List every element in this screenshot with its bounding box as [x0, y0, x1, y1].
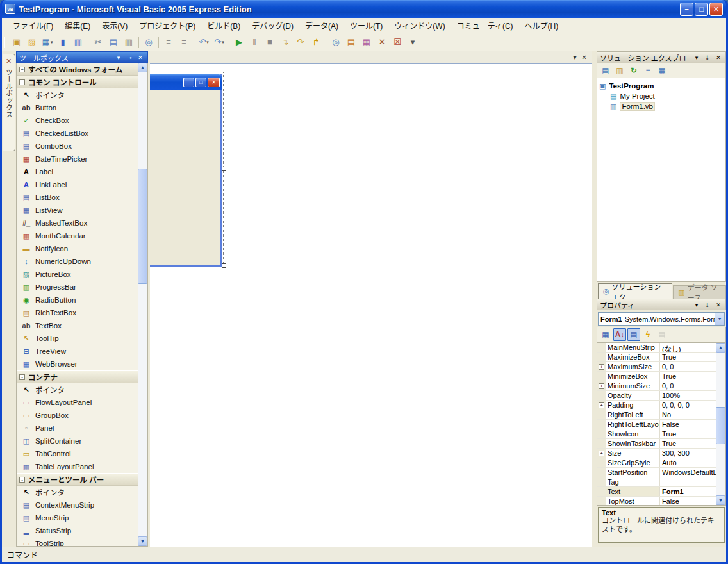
property-row[interactable]: SizeGripStyle Auto [597, 458, 716, 468]
solution-explorer-button[interactable]: ◎ [328, 35, 343, 49]
toolbox-item[interactable]: ab TextBox [17, 319, 138, 332]
show-all-files-icon[interactable]: ▥ [613, 64, 626, 77]
property-row[interactable]: + Size 300, 300 [597, 449, 716, 458]
toolbox-item[interactable]: ◫ SplitContainer [17, 435, 138, 447]
property-value[interactable]: False [660, 420, 716, 429]
expand-icon[interactable]: + [599, 451, 604, 456]
scroll-up-icon[interactable]: ▲ [716, 343, 725, 352]
property-row[interactable]: + MinimumSize 0, 0 [597, 381, 716, 391]
menu-item[interactable]: コミュニティ(C) [451, 18, 519, 33]
property-row[interactable]: Text Form1 [597, 487, 716, 497]
close-button[interactable]: ✕ [709, 3, 723, 16]
resize-handle-right[interactable] [222, 167, 226, 171]
error-list-button[interactable]: ☒ [390, 35, 405, 49]
start-debug-button[interactable]: ▶ [231, 35, 247, 49]
toolbox-item[interactable]: ▭ ToolStrip [17, 537, 138, 546]
toolbox-item[interactable]: #_ MaskedTextBox [17, 217, 138, 229]
chevron-down-icon[interactable]: ▾ [692, 54, 701, 61]
property-row[interactable]: MaximizeBox True [597, 352, 716, 362]
design-surface[interactable]: – □ ✕ [150, 64, 592, 547]
toolbox-item[interactable]: - メニューとツール バー [17, 473, 138, 486]
toolbox-item[interactable]: + すべての Windows フォーム [17, 63, 138, 76]
toolbox-item[interactable]: A LinkLabel [17, 178, 138, 191]
minimize-button[interactable]: – [680, 3, 693, 16]
copy-button[interactable]: ▤ [106, 35, 121, 49]
toolbox-item[interactable]: ◉ RadioButton [17, 294, 138, 306]
property-value[interactable]: 300, 300 [660, 449, 716, 458]
property-row[interactable]: + MaximumSize 0, 0 [597, 362, 716, 372]
toolbar-grip[interactable] [4, 37, 6, 48]
tree-item[interactable]: ▣ TestProgram [597, 81, 725, 91]
toolbox-item[interactable]: ▤ RichTextBox [17, 306, 138, 319]
chevron-down-icon[interactable]: ▾ [114, 54, 123, 61]
step-into-button[interactable]: ↴ [277, 35, 293, 49]
toolbox-item[interactable]: ↕ NumericUpDown [17, 255, 138, 268]
property-row[interactable]: Tag [597, 477, 716, 487]
toolbox-item[interactable]: A Label [17, 165, 138, 178]
properties-title-bar[interactable]: プロパティ ▾ ⊸ ✕ [597, 299, 726, 310]
tree-item[interactable]: ▥ Form1.vb [597, 101, 725, 112]
menu-item[interactable]: ファイル(F) [7, 18, 59, 33]
property-row[interactable]: + Padding 0, 0, 0, 0 [597, 401, 716, 410]
chevron-down-icon[interactable]: ▾ [715, 313, 724, 325]
property-value[interactable]: Form1 [660, 487, 716, 496]
scroll-thumb[interactable] [138, 169, 147, 284]
menu-item[interactable]: デバッグ(D) [246, 18, 299, 33]
toolbox-item[interactable]: ▦ ListView [17, 204, 138, 217]
solution-explorer-title-bar[interactable]: ソリューション エクスプローラ ▾ ⊸ ✕ [597, 51, 726, 63]
close-icon[interactable]: ✕ [714, 54, 723, 61]
toolbox-item[interactable]: ▤ ContextMenuStrip [17, 499, 138, 511]
property-value[interactable]: Auto [660, 458, 716, 467]
toolbox-title-bar[interactable]: ツールボックス ▾ ⊸ ✕ [16, 51, 148, 63]
uncomment-button[interactable]: ≡ [176, 35, 192, 49]
toolbox-item[interactable]: ▦ MonthCalendar [17, 229, 138, 242]
toolbox-item[interactable]: ▬ NotifyIcon [17, 242, 138, 255]
toolbox-item[interactable]: ▨ PictureBox [17, 268, 138, 281]
property-row[interactable]: RightToLeft No [597, 410, 716, 420]
toolbox-item[interactable]: ↖ ポインタ [17, 88, 138, 101]
close-icon[interactable]: ✕ [136, 54, 145, 61]
tree-item[interactable]: ▤ My Project [597, 91, 725, 101]
toolbox-item[interactable]: ↖ ポインタ [17, 383, 138, 396]
toolbox-item[interactable]: ▦ TableLayoutPanel [17, 460, 138, 473]
menu-item[interactable]: 表示(V) [96, 18, 133, 33]
property-row[interactable]: StartPosition WindowsDefaultLocation [597, 468, 716, 477]
maximize-button[interactable]: □ [695, 3, 708, 16]
toolbox-item[interactable]: ab Button [17, 101, 138, 114]
resize-handle-corner[interactable] [222, 263, 226, 268]
open-file-button[interactable]: ▨ [24, 35, 40, 49]
property-value[interactable]: WindowsDefaultLocation [660, 468, 716, 477]
alphabetical-icon[interactable]: A↓ [613, 328, 626, 341]
property-value[interactable]: True [660, 372, 716, 381]
toolbox-item[interactable]: ▭ TabControl [17, 447, 138, 460]
tab-data-sources[interactable]: ▥ データ ソース [673, 285, 726, 299]
find-button[interactable]: ◎ [141, 35, 156, 49]
property-value[interactable]: 0, 0, 0, 0 [660, 401, 716, 410]
property-value[interactable]: No [660, 410, 716, 419]
chevron-down-icon[interactable]: ▾ [692, 302, 701, 308]
chevron-down-icon[interactable]: ▾ [574, 54, 577, 61]
property-value[interactable] [660, 477, 716, 486]
scroll-thumb[interactable] [716, 407, 725, 444]
pin-icon[interactable]: ⊸ [704, 53, 711, 62]
menu-item[interactable]: データ(A) [299, 18, 344, 33]
pause-button[interactable]: ‖ [247, 35, 262, 49]
menu-item[interactable]: ヘルプ(H) [519, 18, 565, 33]
toolbox-item[interactable]: ▤ ListBox [17, 191, 138, 204]
property-row[interactable]: ShowInTaskbar True [597, 439, 716, 449]
title-bar[interactable]: VB TestProgram - Microsoft Visual Basic … [2, 0, 726, 18]
toolbox-item[interactable]: ▥ ProgressBar [17, 281, 138, 294]
property-row[interactable]: RightToLeftLayout False [597, 420, 716, 429]
toolbox-item[interactable]: ↖ ToolTip [17, 332, 138, 345]
property-value[interactable]: False [660, 497, 716, 505]
toolbox-item[interactable]: ▤ ComboBox [17, 140, 138, 153]
toolbox-item[interactable]: ▭ GroupBox [17, 409, 138, 422]
expand-icon[interactable]: + [599, 383, 604, 389]
expand-icon[interactable]: + [599, 402, 604, 408]
toolbox-item[interactable]: - コンテナ [17, 370, 138, 383]
toolbox-button[interactable]: ✕ [374, 35, 390, 49]
toolbox-item[interactable]: ▭ FlowLayoutPanel [17, 396, 138, 409]
toolbox-autohide-tab[interactable]: ✕ ツールボックス [3, 54, 15, 151]
toolbox-item[interactable]: ↖ ポインタ [17, 486, 138, 499]
property-row[interactable]: MainMenuStrip (なし) [597, 343, 716, 352]
